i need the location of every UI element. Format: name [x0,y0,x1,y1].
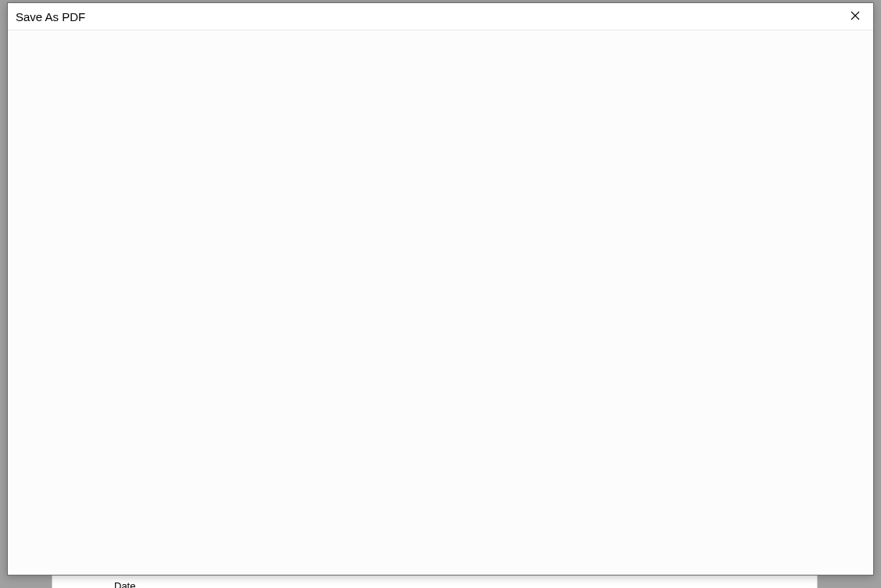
dialog-body [8,30,873,575]
close-button[interactable] [837,3,873,30]
background-date-label: Date [114,580,135,588]
close-icon [851,11,860,23]
dialog-title: Save As PDF [16,10,85,23]
dialog-titlebar[interactable]: Save As PDF [8,3,873,30]
save-as-pdf-dialog: Save As PDF [7,2,874,575]
